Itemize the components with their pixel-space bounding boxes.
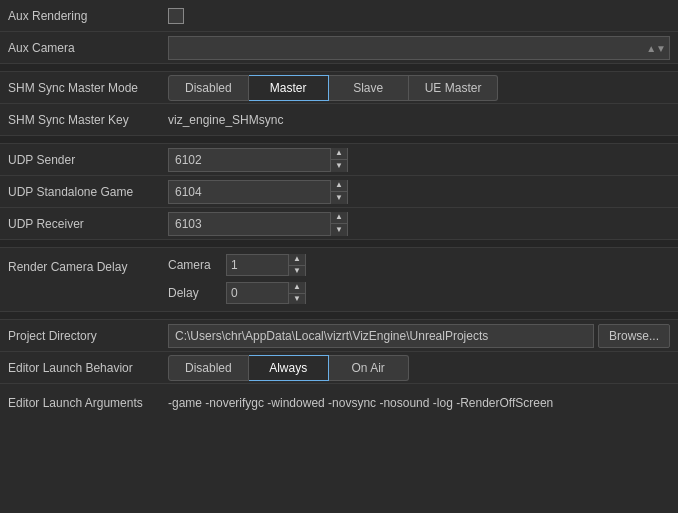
shm-sync-key-row: SHM Sync Master Key viz_engine_SHMsync bbox=[0, 104, 678, 136]
project-directory-input[interactable] bbox=[168, 324, 594, 348]
udp-standalone-down-arrow[interactable]: ▼ bbox=[331, 192, 347, 204]
udp-sender-arrows: ▲ ▼ bbox=[330, 148, 347, 172]
aux-camera-row: Aux Camera ▲▼ bbox=[0, 32, 678, 64]
shm-sync-mode-label: SHM Sync Master Mode bbox=[8, 81, 168, 95]
camera-up-arrow[interactable]: ▲ bbox=[289, 254, 305, 266]
udp-receiver-up-arrow[interactable]: ▲ bbox=[331, 212, 347, 225]
delay-up-arrow[interactable]: ▲ bbox=[289, 282, 305, 294]
aux-camera-label: Aux Camera bbox=[8, 41, 168, 55]
editor-launch-behavior-buttons: Disabled Always On Air bbox=[168, 355, 409, 381]
editor-launch-behavior-value: Disabled Always On Air bbox=[168, 355, 670, 381]
udp-standalone-label: UDP Standalone Game bbox=[8, 185, 168, 199]
separator-4 bbox=[0, 312, 678, 320]
shm-sync-mode-row: SHM Sync Master Mode Disabled Master Sla… bbox=[0, 72, 678, 104]
shm-sync-key-value: viz_engine_SHMsync bbox=[168, 113, 670, 127]
udp-receiver-row: UDP Receiver ▲ ▼ bbox=[0, 208, 678, 240]
shm-sync-master-button[interactable]: Master bbox=[249, 75, 329, 101]
project-directory-value: Browse... bbox=[168, 324, 670, 348]
browse-button[interactable]: Browse... bbox=[598, 324, 670, 348]
camera-input[interactable] bbox=[227, 255, 288, 275]
udp-receiver-label: UDP Receiver bbox=[8, 217, 168, 231]
udp-sender-label: UDP Sender bbox=[8, 153, 168, 167]
shm-sync-key-label: SHM Sync Master Key bbox=[8, 113, 168, 127]
render-camera-delay-section: Render Camera Delay Camera ▲ ▼ Delay ▲ bbox=[0, 248, 678, 312]
shm-sync-mode-buttons: Disabled Master Slave UE Master bbox=[168, 75, 498, 101]
camera-row: Camera ▲ ▼ bbox=[168, 254, 306, 276]
udp-sender-value: ▲ ▼ bbox=[168, 148, 670, 172]
editor-launch-behavior-label: Editor Launch Behavior bbox=[8, 361, 168, 375]
camera-down-arrow[interactable]: ▼ bbox=[289, 266, 305, 277]
render-camera-delay-label: Render Camera Delay bbox=[8, 254, 168, 274]
aux-rendering-checkbox[interactable] bbox=[168, 8, 184, 24]
editor-launch-args-row: Editor Launch Arguments -game -noverifyg… bbox=[0, 384, 678, 422]
delay-input[interactable] bbox=[227, 283, 288, 303]
editor-behavior-on-air-button[interactable]: On Air bbox=[329, 355, 409, 381]
camera-sublabel: Camera bbox=[168, 258, 218, 272]
udp-standalone-arrows: ▲ ▼ bbox=[330, 180, 347, 204]
camera-spinbox: ▲ ▼ bbox=[226, 254, 306, 276]
shm-sync-ue-master-button[interactable]: UE Master bbox=[409, 75, 499, 101]
udp-sender-input[interactable] bbox=[169, 149, 330, 171]
editor-launch-args-value: -game -noverifygc -windowed -novsync -no… bbox=[168, 396, 670, 410]
udp-standalone-value: ▲ ▼ bbox=[168, 180, 670, 204]
udp-standalone-row: UDP Standalone Game ▲ ▼ bbox=[0, 176, 678, 208]
aux-camera-value: ▲▼ bbox=[168, 36, 670, 60]
aux-rendering-row: Aux Rendering bbox=[0, 0, 678, 32]
editor-behavior-disabled-button[interactable]: Disabled bbox=[168, 355, 249, 381]
editor-launch-args-label: Editor Launch Arguments bbox=[8, 396, 168, 410]
udp-sender-spinbox: ▲ ▼ bbox=[168, 148, 348, 172]
aux-rendering-value bbox=[168, 8, 670, 24]
udp-sender-row: UDP Sender ▲ ▼ bbox=[0, 144, 678, 176]
shm-sync-mode-value: Disabled Master Slave UE Master bbox=[168, 75, 670, 101]
udp-receiver-spinbox: ▲ ▼ bbox=[168, 212, 348, 236]
aux-camera-select-wrapper: ▲▼ bbox=[168, 36, 670, 60]
udp-sender-up-arrow[interactable]: ▲ bbox=[331, 148, 347, 161]
delay-row: Delay ▲ ▼ bbox=[168, 282, 306, 304]
delay-down-arrow[interactable]: ▼ bbox=[289, 294, 305, 305]
aux-camera-select[interactable] bbox=[168, 36, 670, 60]
render-camera-delay-controls: Camera ▲ ▼ Delay ▲ ▼ bbox=[168, 254, 306, 304]
aux-rendering-label: Aux Rendering bbox=[8, 9, 168, 23]
delay-arrows: ▲ ▼ bbox=[288, 282, 305, 304]
editor-behavior-always-button[interactable]: Always bbox=[249, 355, 329, 381]
udp-standalone-spinbox: ▲ ▼ bbox=[168, 180, 348, 204]
separator-3 bbox=[0, 240, 678, 248]
udp-standalone-input[interactable] bbox=[169, 181, 330, 203]
udp-receiver-down-arrow[interactable]: ▼ bbox=[331, 224, 347, 236]
delay-spinbox: ▲ ▼ bbox=[226, 282, 306, 304]
editor-launch-behavior-row: Editor Launch Behavior Disabled Always O… bbox=[0, 352, 678, 384]
udp-receiver-arrows: ▲ ▼ bbox=[330, 212, 347, 236]
settings-panel: Aux Rendering Aux Camera ▲▼ SHM Sync Mas… bbox=[0, 0, 678, 422]
separator-1 bbox=[0, 64, 678, 72]
shm-sync-disabled-button[interactable]: Disabled bbox=[168, 75, 249, 101]
udp-receiver-input[interactable] bbox=[169, 213, 330, 235]
delay-sublabel: Delay bbox=[168, 286, 218, 300]
udp-receiver-value: ▲ ▼ bbox=[168, 212, 670, 236]
separator-2 bbox=[0, 136, 678, 144]
camera-arrows: ▲ ▼ bbox=[288, 254, 305, 276]
udp-standalone-up-arrow[interactable]: ▲ bbox=[331, 180, 347, 193]
udp-sender-down-arrow[interactable]: ▼ bbox=[331, 160, 347, 172]
editor-launch-args-text: -game -noverifygc -windowed -novsync -no… bbox=[168, 396, 553, 410]
shm-sync-slave-button[interactable]: Slave bbox=[329, 75, 409, 101]
project-directory-label: Project Directory bbox=[8, 329, 168, 343]
project-directory-row: Project Directory Browse... bbox=[0, 320, 678, 352]
shm-sync-key-text: viz_engine_SHMsync bbox=[168, 113, 283, 127]
